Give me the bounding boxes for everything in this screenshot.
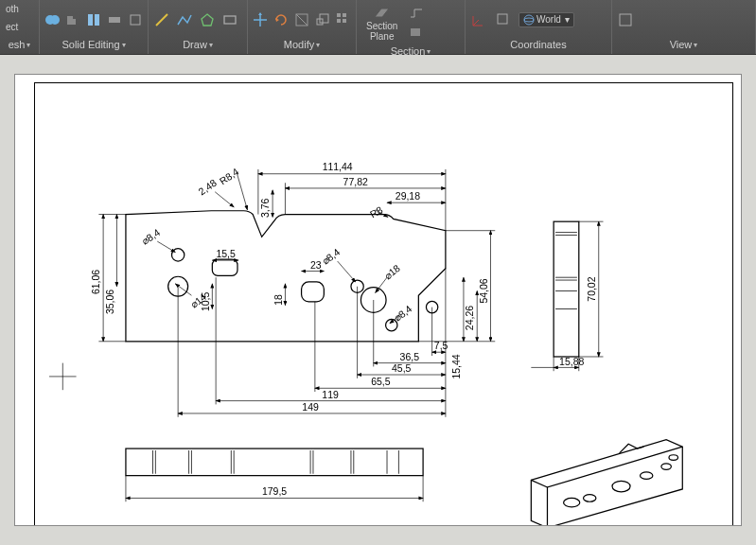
dim-35-06: 35,06 bbox=[105, 290, 115, 314]
svg-rect-20 bbox=[411, 28, 420, 36]
dim-7-5: 7,5 bbox=[434, 341, 448, 351]
svg-rect-24 bbox=[620, 14, 631, 26]
dim-23: 23 bbox=[310, 260, 322, 271]
svg-point-109 bbox=[669, 455, 678, 461]
ucs-icon[interactable] bbox=[469, 10, 488, 29]
ribbon-group-coordinates: World ▾ Coordinates bbox=[466, 0, 612, 54]
dim-18: 18 bbox=[273, 294, 284, 306]
svg-point-22 bbox=[524, 15, 534, 25]
svg-rect-27 bbox=[302, 282, 325, 302]
slice-icon[interactable] bbox=[85, 10, 102, 29]
svg-point-107 bbox=[641, 472, 653, 480]
ribbon-group-modify: Modify▾ bbox=[248, 0, 357, 54]
svg-point-25 bbox=[171, 249, 184, 261]
trim-icon[interactable] bbox=[293, 10, 310, 29]
svg-rect-2 bbox=[73, 13, 79, 19]
scale-icon[interactable] bbox=[314, 10, 331, 29]
rotate-icon[interactable] bbox=[273, 10, 290, 29]
ribbon-group-view: View▾ bbox=[612, 0, 756, 54]
dim-77-82: 77,82 bbox=[343, 177, 368, 187]
world-icon bbox=[523, 14, 535, 26]
section-block-icon[interactable] bbox=[407, 24, 426, 43]
ribbon-dropdown-solid-editing[interactable]: Solid Editing▾ bbox=[44, 37, 144, 52]
dim-70-02: 70,02 bbox=[587, 276, 597, 301]
union-icon[interactable] bbox=[44, 10, 61, 29]
ribbon-dropdown-view[interactable]: View▾ bbox=[616, 37, 751, 52]
partial-label-1: oth bbox=[4, 2, 21, 16]
svg-rect-16 bbox=[337, 13, 341, 17]
svg-rect-19 bbox=[343, 19, 346, 23]
dim-2-48: 2,48 bbox=[197, 178, 219, 198]
section-jog-icon[interactable] bbox=[407, 3, 426, 22]
dim-r8: R8 bbox=[368, 204, 384, 220]
svg-rect-9 bbox=[224, 16, 236, 24]
svg-marker-11 bbox=[275, 18, 279, 22]
svg-line-46 bbox=[157, 241, 175, 252]
array-icon[interactable] bbox=[335, 10, 352, 29]
svg-marker-10 bbox=[258, 12, 262, 15]
dim-15-88: 15,88 bbox=[559, 357, 584, 367]
solid-edit-icon[interactable] bbox=[127, 10, 144, 29]
polyline-icon[interactable] bbox=[175, 10, 194, 29]
svg-point-1 bbox=[50, 15, 60, 25]
drawing-sheet: 111,44 77,82 29,18 2,48 R8,4 3,76 R8 61 bbox=[14, 74, 742, 526]
ribbon-dropdown-draw[interactable]: Draw▾ bbox=[152, 37, 243, 52]
svg-line-7 bbox=[156, 14, 167, 26]
section-plane-button[interactable]: Section Plane bbox=[360, 2, 403, 44]
dim-dia18: ⌀18 bbox=[382, 263, 402, 282]
svg-rect-21 bbox=[498, 14, 507, 24]
dim-119: 119 bbox=[322, 390, 339, 400]
technical-drawing: 111,44 77,82 29,18 2,48 R8,4 3,76 R8 61 bbox=[15, 75, 741, 525]
svg-point-104 bbox=[564, 498, 580, 507]
view-icon[interactable] bbox=[616, 10, 635, 29]
ribbon-dropdown-mesh[interactable]: esh▾ bbox=[4, 37, 35, 52]
move-icon[interactable] bbox=[252, 10, 269, 29]
svg-rect-74 bbox=[554, 221, 579, 357]
svg-rect-5 bbox=[109, 17, 120, 23]
ribbon-group-partial: oth ect esh▾ bbox=[0, 0, 40, 54]
section-plane-icon bbox=[372, 4, 393, 21]
dim-15-5: 15,5 bbox=[216, 249, 236, 259]
svg-rect-4 bbox=[95, 14, 99, 26]
dim-3-76: 3,76 bbox=[260, 199, 271, 219]
dim-15-44: 15,44 bbox=[451, 354, 462, 378]
svg-point-23 bbox=[524, 18, 534, 22]
dim-dia8-4b: ⌀8,4 bbox=[320, 247, 342, 267]
dim-36-5: 36,5 bbox=[400, 352, 420, 362]
svg-rect-18 bbox=[337, 19, 341, 23]
svg-line-13 bbox=[296, 14, 308, 26]
svg-point-108 bbox=[661, 464, 671, 470]
dim-179-5: 179,5 bbox=[262, 486, 287, 497]
svg-line-39 bbox=[237, 172, 247, 210]
isometric-view bbox=[531, 440, 682, 525]
ribbon-dropdown-modify[interactable]: Modify▾ bbox=[252, 37, 352, 52]
ribbon-label-coordinates[interactable]: Coordinates bbox=[469, 37, 607, 52]
polygon-icon[interactable] bbox=[198, 10, 217, 29]
ribbon-toolbar: oth ect esh▾ Solid Editing▾ Draw▾ bbox=[0, 0, 756, 55]
intersect-icon[interactable] bbox=[106, 10, 123, 29]
ribbon-group-section: Section Plane Section▾ bbox=[357, 0, 466, 54]
line-icon[interactable] bbox=[152, 10, 171, 29]
dim-r8-4: R8,4 bbox=[218, 167, 241, 187]
dim-45-5: 45,5 bbox=[392, 363, 412, 374]
dim-61-06: 61,06 bbox=[91, 270, 101, 294]
svg-point-106 bbox=[612, 481, 630, 491]
svg-rect-6 bbox=[131, 15, 140, 25]
svg-rect-17 bbox=[343, 13, 346, 17]
named-ucs-icon[interactable] bbox=[494, 10, 513, 29]
ribbon-group-solid-editing: Solid Editing▾ bbox=[40, 0, 149, 54]
svg-line-53 bbox=[338, 261, 356, 282]
svg-rect-48 bbox=[212, 259, 237, 275]
dim-10-5: 10,5 bbox=[201, 292, 211, 312]
svg-marker-8 bbox=[202, 14, 213, 26]
dim-111-44: 111,44 bbox=[323, 162, 353, 172]
rectangle-icon[interactable] bbox=[220, 10, 239, 29]
dim-dia8-4: ⌀8,4 bbox=[140, 227, 162, 247]
partial-label-2: ect bbox=[4, 20, 20, 34]
ribbon-group-draw: Draw▾ bbox=[149, 0, 248, 54]
svg-rect-3 bbox=[88, 14, 93, 26]
drawing-canvas[interactable]: 111,44 77,82 29,18 2,48 R8,4 3,76 R8 61 bbox=[0, 55, 756, 545]
dim-24-26: 24,26 bbox=[465, 306, 475, 330]
subtract-icon[interactable] bbox=[64, 10, 81, 29]
coord-system-dropdown[interactable]: World ▾ bbox=[519, 12, 574, 27]
